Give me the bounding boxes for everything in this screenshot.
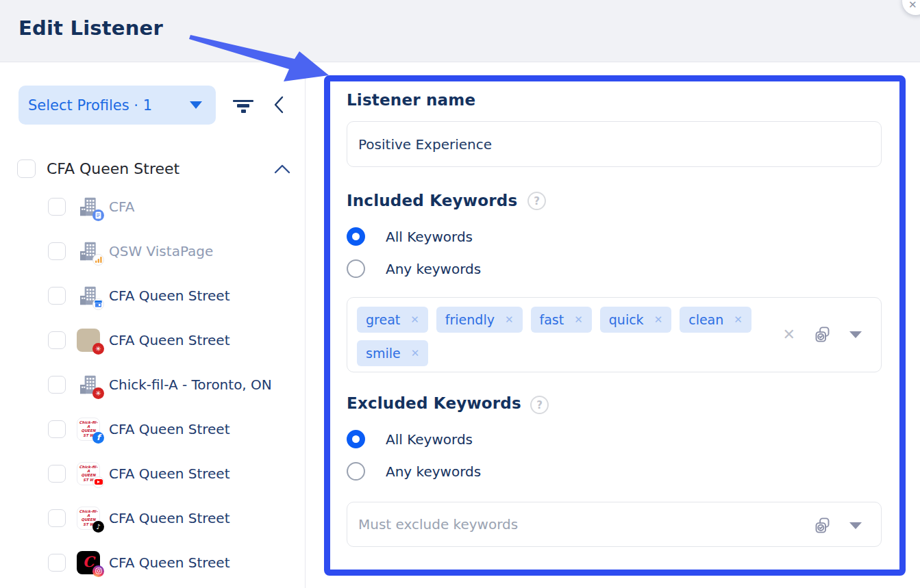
excluded-box-actions bbox=[813, 516, 862, 535]
excluded-any-keywords-option: Any keywords bbox=[347, 462, 481, 481]
remove-keyword-icon[interactable]: ✕ bbox=[734, 314, 743, 326]
remove-keyword-icon[interactable]: ✕ bbox=[410, 314, 419, 326]
profile-checkbox[interactable] bbox=[48, 509, 66, 527]
chevron-down-icon bbox=[190, 101, 202, 109]
help-icon[interactable]: ? bbox=[527, 192, 546, 210]
radio-label: All Keywords bbox=[386, 431, 473, 448]
photo-avatar: ✳ bbox=[77, 329, 100, 352]
list-item: C CFA Queen Street bbox=[0, 540, 306, 585]
remove-keyword-icon[interactable]: ✕ bbox=[505, 314, 514, 326]
profile-checkbox[interactable] bbox=[48, 242, 66, 260]
filter-icon bbox=[232, 100, 255, 113]
help-icon[interactable]: ? bbox=[530, 396, 549, 414]
building-avatar: ✳ bbox=[77, 373, 100, 396]
select-profiles-button[interactable]: Select Profiles · 1 bbox=[18, 86, 216, 125]
profile-list: CFA QSW VistaPage CFA Queen Street bbox=[0, 184, 306, 585]
profile-checkbox[interactable] bbox=[48, 287, 66, 305]
yelp-badge-icon: ✳ bbox=[92, 387, 104, 399]
chevron-down-icon[interactable] bbox=[849, 331, 862, 338]
list-item: Chick-fil-AQUEEN ST W ♪ CFA Queen Street bbox=[0, 496, 306, 540]
profile-label: QSW VistaPage bbox=[109, 243, 213, 259]
excluded-keywords-field bbox=[347, 502, 882, 547]
building-avatar bbox=[77, 195, 100, 218]
excluded-keywords-title: Excluded Keywords bbox=[347, 394, 521, 412]
keyword-chip: friendly✕ bbox=[436, 307, 523, 333]
filter-button[interactable] bbox=[232, 97, 255, 116]
chevron-left-icon bbox=[273, 94, 285, 115]
page-title: Edit Listener bbox=[18, 16, 163, 40]
list-item: ✳ Chick-fil-A - Toronto, ON bbox=[0, 362, 306, 407]
brand-logo-avatar: Chick-fil-AQUEEN ST W bbox=[77, 462, 100, 485]
list-item: QSW VistaPage bbox=[0, 229, 306, 273]
included-any-keywords-option: Any keywords bbox=[347, 259, 481, 278]
group-label: CFA Queen Street bbox=[47, 160, 179, 177]
listener-name-label: Listener name bbox=[347, 91, 475, 109]
remove-keyword-icon[interactable]: ✕ bbox=[654, 314, 663, 326]
keyword-chip-list: great✕ friendly✕ fast✕ quick✕ clean✕ smi… bbox=[357, 307, 768, 366]
profile-label: CFA Queen Street bbox=[109, 421, 230, 437]
profile-label: CFA Queen Street bbox=[109, 510, 230, 526]
page-header: Edit Listener bbox=[0, 0, 920, 62]
select-profiles-label: Select Profiles · 1 bbox=[28, 97, 152, 114]
radio-label: Any keywords bbox=[386, 261, 481, 277]
brand-logo-avatar: Chick-fil-AQUEEN ST W f bbox=[77, 418, 100, 441]
radio-label: All Keywords bbox=[386, 229, 473, 245]
profile-checkbox[interactable] bbox=[48, 554, 66, 572]
profile-label: Chick-fil-A - Toronto, ON bbox=[109, 376, 272, 393]
clear-all-icon[interactable]: ✕ bbox=[783, 327, 795, 342]
tiktok-badge-icon: ♪ bbox=[92, 521, 104, 533]
remove-keyword-icon[interactable]: ✕ bbox=[411, 347, 420, 359]
profile-checkbox[interactable] bbox=[48, 331, 66, 349]
keyword-chip: quick✕ bbox=[600, 307, 671, 333]
remove-keyword-icon[interactable]: ✕ bbox=[574, 314, 583, 326]
profile-label: CFA Queen Street bbox=[109, 554, 230, 571]
list-item: CFA Queen Street bbox=[0, 273, 306, 318]
radio-selected-icon[interactable] bbox=[347, 430, 365, 448]
radio-unselected-icon[interactable] bbox=[347, 462, 365, 481]
radio-unselected-icon[interactable] bbox=[347, 259, 365, 278]
included-keywords-input[interactable]: great✕ friendly✕ fast✕ quick✕ clean✕ smi… bbox=[347, 297, 882, 372]
keyword-chip: clean✕ bbox=[680, 307, 751, 333]
chevron-up-icon[interactable] bbox=[273, 164, 291, 175]
profile-checkbox[interactable] bbox=[48, 420, 66, 438]
listing-badge-icon bbox=[92, 209, 104, 221]
close-icon: ✕ bbox=[908, 0, 917, 11]
annotation-arrow-icon bbox=[177, 27, 336, 85]
included-all-keywords-option: All Keywords bbox=[347, 227, 473, 246]
listener-name-input[interactable] bbox=[347, 121, 882, 167]
highlighted-form-region: Listener name Included Keywords ? All Ke… bbox=[324, 75, 906, 576]
profile-label: CFA bbox=[109, 199, 134, 215]
profile-checkbox[interactable] bbox=[48, 465, 66, 483]
profile-label: CFA Queen Street bbox=[109, 287, 230, 304]
radio-label: Any keywords bbox=[386, 463, 481, 480]
yelp-badge-icon: ✳ bbox=[92, 343, 104, 355]
profile-checkbox[interactable] bbox=[48, 376, 66, 394]
building-avatar bbox=[77, 240, 100, 263]
profiles-sidebar: Select Profiles · 1 CFA Queen Street CFA bbox=[0, 63, 306, 588]
copy-check-icon[interactable] bbox=[813, 325, 832, 344]
building-avatar bbox=[77, 284, 100, 307]
facebook-badge-icon: f bbox=[92, 432, 104, 444]
list-item: Chick-fil-AQUEEN ST W CFA Queen Street bbox=[0, 451, 306, 496]
collapse-sidebar-button[interactable] bbox=[273, 94, 285, 117]
profile-group-row: CFA Queen Street bbox=[0, 159, 306, 182]
chevron-down-icon[interactable] bbox=[849, 522, 862, 529]
excluded-all-keywords-option: All Keywords bbox=[347, 430, 473, 448]
brand-logo-avatar: Chick-fil-AQUEEN ST W ♪ bbox=[77, 507, 100, 530]
profile-label: CFA Queen Street bbox=[109, 332, 230, 348]
keyword-box-actions: ✕ bbox=[783, 325, 862, 344]
profile-label: CFA Queen Street bbox=[109, 465, 230, 482]
google-business-badge-icon bbox=[92, 298, 104, 310]
instagram-badge-icon bbox=[92, 565, 104, 577]
analytics-badge-icon bbox=[92, 254, 104, 266]
profile-checkbox[interactable] bbox=[48, 198, 66, 216]
list-item: ✳ CFA Queen Street bbox=[0, 318, 306, 362]
group-checkbox[interactable] bbox=[17, 159, 36, 178]
radio-selected-icon[interactable] bbox=[347, 227, 365, 246]
list-item: CFA bbox=[0, 184, 306, 229]
copy-check-icon[interactable] bbox=[813, 516, 832, 535]
brand-logo-avatar: C bbox=[77, 551, 100, 574]
excluded-keywords-input[interactable] bbox=[347, 502, 881, 546]
youtube-badge-icon bbox=[92, 476, 104, 488]
keyword-chip: great✕ bbox=[357, 307, 428, 333]
